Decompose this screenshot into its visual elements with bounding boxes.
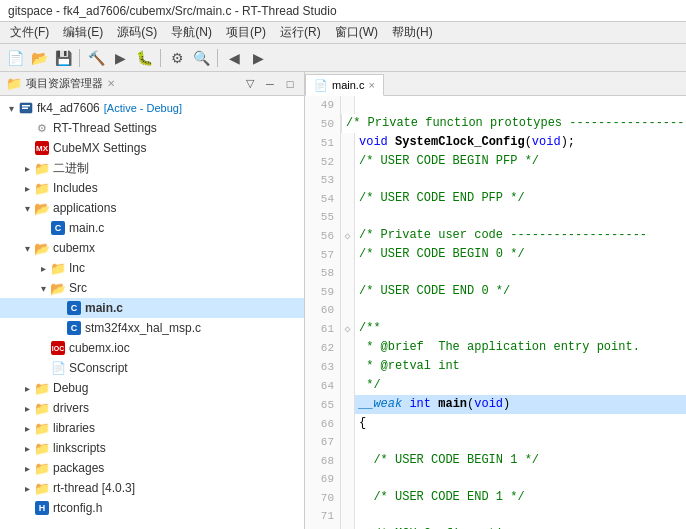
tree-item-linkscripts[interactable]: ▸📁linkscripts (0, 438, 304, 458)
toolbar-build[interactable]: 🔨 (85, 47, 107, 69)
toolbar-run[interactable]: ▶ (109, 47, 131, 69)
tree-item-drivers[interactable]: ▸📁drivers (0, 398, 304, 418)
tree-item-rtconfig[interactable]: Hrtconfig.h (0, 498, 304, 518)
tree-icon-mx: MX (34, 140, 50, 156)
tree-item-main-c-src[interactable]: Cmain.c (0, 298, 304, 318)
code-editor[interactable]: 4950/* Private function prototypes -----… (305, 96, 686, 529)
line-content-65: __weak int main(void) (355, 395, 514, 414)
menu-help[interactable]: 帮助(H) (386, 22, 439, 43)
toolbar-save[interactable]: 💾 (52, 47, 74, 69)
toolbar-open[interactable]: 📂 (28, 47, 50, 69)
line-number-62: 62 (305, 338, 341, 357)
tree-item-cubemx[interactable]: ▾📂cubemx (0, 238, 304, 258)
line-content-66: { (355, 414, 370, 433)
code-line-52: 52/* USER CODE BEGIN PFP */ (305, 152, 686, 171)
line-number-60: 60 (305, 301, 341, 319)
toolbar-new[interactable]: 📄 (4, 47, 26, 69)
tree-label-linkscripts: linkscripts (53, 441, 106, 455)
toolbar-back[interactable]: ◀ (223, 47, 245, 69)
menu-navigate[interactable]: 导航(N) (165, 22, 218, 43)
panel-max-btn[interactable]: □ (282, 76, 298, 92)
window-title: gitspace - fk4_ad7606/cubemx/Src/main.c … (8, 4, 337, 18)
tree-arrow: ▸ (20, 183, 34, 194)
menu-file[interactable]: 文件(F) (4, 22, 55, 43)
tree-label-sconscript-cubemx: SConscript (69, 361, 128, 375)
line-number-58: 58 (305, 264, 341, 282)
tree-label-stm32f4xx: stm32f4xx_hal_msp.c (85, 321, 201, 335)
tree-label-rt-thread: rt-thread [4.0.3] (53, 481, 135, 495)
tree-item-applications[interactable]: ▾📂applications (0, 198, 304, 218)
tree-label-libraries: libraries (53, 421, 95, 435)
line-number-55: 55 (305, 208, 341, 226)
line-marker-51 (341, 133, 355, 152)
line-marker-61: ◇ (341, 319, 355, 338)
tree-label-applications: applications (53, 201, 116, 215)
menu-window[interactable]: 窗口(W) (329, 22, 384, 43)
menu-run[interactable]: 运行(R) (274, 22, 327, 43)
code-line-72: 72 /* MCU Configuration--- (305, 525, 686, 529)
tree-item-rt-thread-settings[interactable]: ⚙RT-Thread Settings (0, 118, 304, 138)
tree-label-src: Src (69, 281, 87, 295)
menu-project[interactable]: 项目(P) (220, 22, 272, 43)
menu-source[interactable]: 源码(S) (111, 22, 163, 43)
code-line-54: 54/* USER CODE END PFP */ (305, 189, 686, 208)
code-line-58: 58 (305, 264, 686, 282)
tree-arrow: ▸ (20, 483, 34, 494)
line-number-50: 50 (305, 114, 341, 133)
tree-item-main-c-app[interactable]: Cmain.c (0, 218, 304, 238)
menu-edit[interactable]: 编辑(E) (57, 22, 109, 43)
line-number-57: 57 (305, 245, 341, 264)
tree-item-src[interactable]: ▾📂Src (0, 278, 304, 298)
line-number-71: 71 (305, 507, 341, 525)
tree-icon-folder: 📁 (34, 460, 50, 476)
code-line-68: 68 /* USER CODE BEGIN 1 */ (305, 451, 686, 470)
line-number-66: 66 (305, 414, 341, 433)
tree-item-binary[interactable]: ▸📁二进制 (0, 158, 304, 178)
line-content-70: /* USER CODE END 1 */ (355, 488, 529, 507)
toolbar-search[interactable]: 🔍 (190, 47, 212, 69)
tree-label-binary: 二进制 (53, 160, 89, 177)
line-content-69 (355, 470, 363, 488)
tree-item-rt-thread[interactable]: ▸📁rt-thread [4.0.3] (0, 478, 304, 498)
line-marker-66 (341, 414, 355, 433)
right-panel: 📄 main.c × 4950/* Private function proto… (305, 72, 686, 529)
tab-label: main.c (332, 79, 364, 91)
tree-item-libraries[interactable]: ▸📁libraries (0, 418, 304, 438)
panel-min-btn[interactable]: ─ (262, 76, 278, 92)
menu-bar: 文件(F) 编辑(E) 源码(S) 导航(N) 项目(P) 运行(R) 窗口(W… (0, 22, 686, 44)
line-number-49: 49 (305, 96, 341, 114)
line-content-52: /* USER CODE BEGIN PFP */ (355, 152, 543, 171)
line-marker-68 (341, 451, 355, 470)
line-content-62: * @brief The application entry point. (355, 338, 644, 357)
tree-item-includes[interactable]: ▸📁Includes (0, 178, 304, 198)
tree-item-stm32f4xx[interactable]: Cstm32f4xx_hal_msp.c (0, 318, 304, 338)
toolbar-settings[interactable]: ⚙ (166, 47, 188, 69)
code-line-63: 63 * @retval int (305, 357, 686, 376)
line-marker-69 (341, 470, 355, 488)
tree-item-cubemx-settings[interactable]: MXCubeMX Settings (0, 138, 304, 158)
toolbar-debug[interactable]: 🐛 (133, 47, 155, 69)
code-line-60: 60 (305, 301, 686, 319)
tab-file-icon: 📄 (314, 79, 328, 92)
tree-item-fk4_ad7606[interactable]: ▾fk4_ad7606[Active - Debug] (0, 98, 304, 118)
tree-item-packages[interactable]: ▸📁packages (0, 458, 304, 478)
tree-item-cubemx-ioc[interactable]: IOCcubemx.ioc (0, 338, 304, 358)
tree-item-debug[interactable]: ▸📁Debug (0, 378, 304, 398)
tree-icon-scons: 📄 (50, 360, 66, 376)
line-number-53: 53 (305, 171, 341, 189)
code-line-61: 61◇/** (305, 319, 686, 338)
tab-close-btn[interactable]: × (368, 79, 374, 91)
editor-tab-main[interactable]: 📄 main.c × (305, 74, 384, 96)
line-number-67: 67 (305, 433, 341, 451)
toolbar-forward[interactable]: ▶ (247, 47, 269, 69)
panel-title: 项目资源管理器 (26, 76, 103, 91)
line-number-69: 69 (305, 470, 341, 488)
tree-item-sconscript-cubemx[interactable]: 📄SConscript (0, 358, 304, 378)
panel-collapse-btn[interactable]: ▽ (242, 76, 258, 92)
code-line-49: 49 (305, 96, 686, 114)
tree-item-inc[interactable]: ▸📁Inc (0, 258, 304, 278)
code-line-67: 67 (305, 433, 686, 451)
svg-rect-2 (22, 108, 28, 110)
line-marker-55 (341, 208, 355, 226)
code-line-55: 55 (305, 208, 686, 226)
